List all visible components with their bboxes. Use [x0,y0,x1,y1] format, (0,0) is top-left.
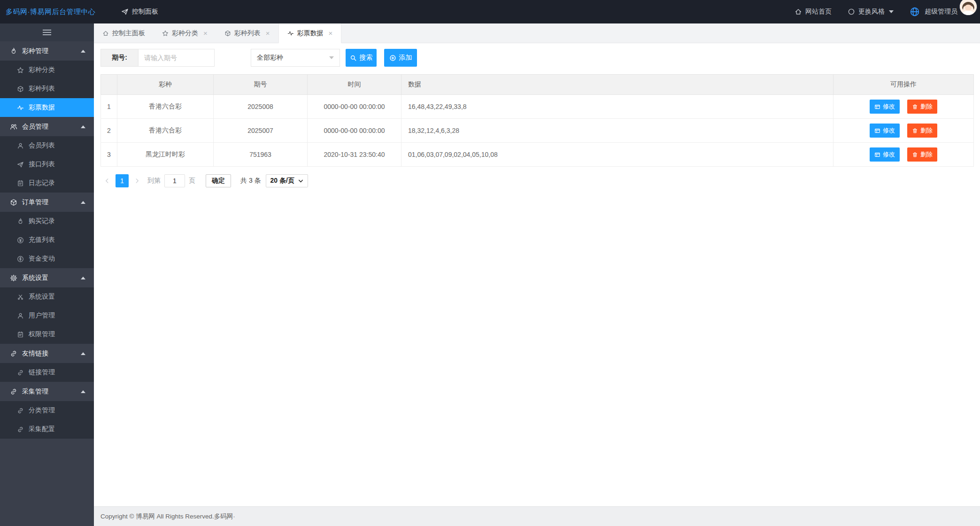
admin-menu[interactable]: 超级管理员 [910,7,972,17]
submenu: 分类管理 采集配置 [0,401,94,439]
sidebar-item-lottery-data[interactable]: 彩票数据 [0,98,94,117]
sidebar-item-label: 接口列表 [29,160,55,169]
prev-page-button[interactable] [100,174,114,187]
caret-down-icon [889,10,894,13]
cell-data: 01,06,03,07,09,02,04,05,10,08 [401,143,833,167]
user-icon [17,312,24,319]
delete-button[interactable]: 删除 [907,147,937,162]
globe-icon [910,7,920,17]
sidebar-item-lottery-management[interactable]: 彩种管理 [0,41,94,61]
delete-button-label: 删除 [920,102,933,111]
nav-dashboard[interactable]: 控制面板 [121,8,158,16]
tab-lottery-list[interactable]: 彩种列表 × [216,23,278,43]
sidebar-item-label: 链接管理 [29,368,55,377]
sidebar-item-recharge-list[interactable]: 充值列表 [0,231,94,249]
link-icon [10,350,17,357]
sidebar-item-purchase-records[interactable]: 购买记录 [0,212,94,231]
sidebar-item-label: 分类管理 [29,406,55,415]
sidebar-item-link-management[interactable]: 链接管理 [0,363,94,382]
issue-input[interactable] [138,49,215,67]
sidebar-item-log-records[interactable]: 日志记录 [0,174,94,193]
page-number-current[interactable]: 1 [116,174,129,187]
sidebar-collapse-button[interactable] [0,23,94,41]
edit-form-icon [874,128,880,134]
col-data: 数据 [401,75,833,95]
plus-circle-icon [389,54,396,62]
sidebar-item-user-management[interactable]: 用户管理 [0,306,94,325]
edit-button[interactable]: 修改 [870,147,900,162]
sidebar-item-member-management[interactable]: 会员管理 [0,117,94,136]
cell-time: 2020-10-31 23:50:40 [308,143,401,167]
nav-change-style[interactable]: 更换风格 [848,8,894,16]
delete-button[interactable]: 删除 [907,124,937,138]
cell-index: 3 [101,143,117,167]
link-icon [17,407,24,414]
cell-actions: 修改 删除 [833,95,974,119]
sidebar-item-collection-management[interactable]: 采集管理 [0,382,94,401]
sidebar-item-label: 资金变动 [29,255,55,263]
chevron-up-icon [81,201,85,204]
sidebar-item-label: 订单管理 [22,198,48,207]
link-icon [10,388,17,395]
search-icon [350,54,357,62]
avatar[interactable] [959,0,977,15]
edit-button[interactable]: 修改 [870,100,900,114]
submenu: 会员列表 接口列表 日志记录 [0,136,94,193]
page-size-select[interactable]: 20 条/页 [266,174,308,187]
link-icon [17,369,24,376]
nav-change-style-label: 更换风格 [858,8,885,16]
sidebar-item-order-management[interactable]: 订单管理 [0,193,94,212]
sidebar-item-label: 友情链接 [22,349,48,358]
delete-button[interactable]: 删除 [907,100,937,114]
sidebar-item-label: 系统设置 [29,293,55,301]
delete-button-label: 删除 [920,150,933,159]
copyright-text: Copyright © 博易网 All Rights Reserved.多码网· [100,512,235,521]
fire-icon [17,218,24,225]
sidebar-item-collection-config[interactable]: 采集配置 [0,420,94,439]
sidebar-item-lottery-list[interactable]: 彩种列表 [0,79,94,98]
close-icon[interactable]: × [329,30,333,37]
close-icon[interactable]: × [266,30,270,37]
confirm-button[interactable]: 确定 [206,174,231,187]
lottery-type-select[interactable]: 全部彩种 [251,49,340,67]
tab-lottery-categories[interactable]: 彩种分类 × [154,23,216,43]
search-button[interactable]: 搜索 [346,49,377,67]
submenu: 彩种分类 彩种列表 彩票数据 [0,61,94,117]
sidebar-item-fund-changes[interactable]: 资金变动 [0,249,94,268]
goto-suffix-label: 页 [189,177,195,185]
tab-bar: 控制主面板 彩种分类 × 彩种列表 × 彩票数据 × [94,23,980,43]
next-page-button[interactable] [131,174,144,187]
tab-label: 彩种列表 [234,29,261,38]
sidebar-item-member-list[interactable]: 会员列表 [0,136,94,155]
sidebar-item-lottery-categories[interactable]: 彩种分类 [0,61,94,79]
nav-site-home[interactable]: 网站首页 [795,8,832,16]
circle-icon [848,8,855,15]
pagination: 1 到第 页 确定 共 3 条 20 条/页 [100,174,974,187]
col-lottery: 彩种 [117,75,214,95]
star-icon [162,30,169,37]
sidebar-item-label: 充值列表 [29,236,55,244]
tab-lottery-data[interactable]: 彩票数据 × [278,23,342,43]
sidebar-item-friendly-links[interactable]: 友情链接 [0,344,94,363]
search-button-label: 搜索 [360,54,373,62]
sidebar-item-category-management[interactable]: 分类管理 [0,401,94,420]
total-count-label: 共 3 条 [240,177,261,185]
sidebar-item-permission-management[interactable]: 权限管理 [0,325,94,344]
close-icon[interactable]: × [203,30,208,37]
sidebar-item-label: 会员列表 [29,141,55,150]
tab-dashboard[interactable]: 控制主面板 [94,23,154,43]
add-button[interactable]: 添加 [384,49,417,67]
cell-lottery: 香港六合彩 [117,119,214,143]
users-icon [10,123,17,131]
brand-title: 多码网·博易网后台管理中心 [6,8,95,16]
table-header-row: 彩种 期号 时间 数据 可用操作 [101,75,974,95]
goto-page-input[interactable] [164,174,185,187]
star-icon [17,67,24,74]
issue-label: 期号: [100,49,138,67]
edit-button[interactable]: 修改 [870,124,900,138]
hamburger-icon [43,30,51,35]
sidebar-item-system-settings[interactable]: 系统设置 [0,268,94,287]
sidebar-item-system-settings-sub[interactable]: 系统设置 [0,287,94,306]
log-icon [17,180,24,187]
sidebar-item-api-list[interactable]: 接口列表 [0,155,94,174]
